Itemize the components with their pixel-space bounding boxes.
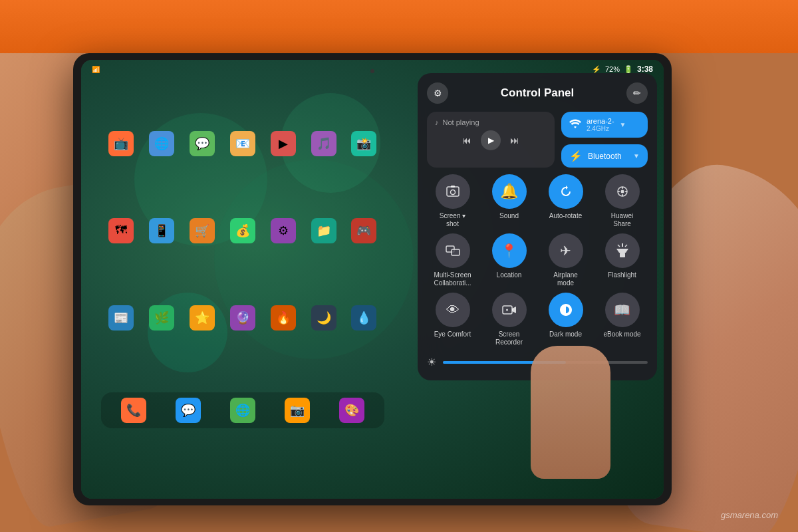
cp-header: ⚙ Control Panel ✏ <box>427 82 648 104</box>
airplane-icon: ✈ <box>560 243 571 259</box>
app-icon-12[interactable]: ⚙ <box>271 218 296 243</box>
bluetooth-button[interactable]: ⚡ Bluetooth ▼ <box>561 144 648 168</box>
ebook-label: eBook mode <box>603 331 640 338</box>
app-icon-15[interactable]: 📰 <box>108 305 134 331</box>
toggles-grid-1: Screen ▾shot 🔔 Sound <box>427 174 648 228</box>
tablet-screen: 📶 ⚡ 72% 🔋 3:38 📺 🌐 💬 📧 ▶ 🎵 📸 <box>81 60 664 499</box>
app-icon-10[interactable]: 🛒 <box>190 218 215 243</box>
app-icon-8[interactable]: 🗺 <box>108 218 134 243</box>
app-icon-11[interactable]: 💰 <box>230 218 255 243</box>
toggle-flashlight[interactable]: Flashlight <box>597 233 648 287</box>
orange-top-bar <box>0 0 798 53</box>
eye-comfort-btn[interactable]: 👁 <box>436 293 470 327</box>
dock: 📞 💬 🌐 📷 🎨 <box>101 392 384 428</box>
screen-recorder-btn[interactable] <box>492 293 527 327</box>
app-icon-1[interactable]: 📺 <box>108 131 134 156</box>
app-icon-17[interactable]: ⭐ <box>190 305 215 331</box>
dock-icon-5[interactable]: 🎨 <box>339 398 364 423</box>
battery-percentage: 72% <box>605 65 620 73</box>
app-icon-9[interactable]: 📱 <box>149 218 174 243</box>
screen-recorder-label: ScreenRecorder <box>495 331 523 346</box>
airplane-btn[interactable]: ✈ <box>549 233 583 268</box>
dock-icon-2[interactable]: 💬 <box>176 398 201 423</box>
huawei-share-btn[interactable] <box>605 174 640 209</box>
toggle-location[interactable]: 📍 Location <box>483 233 535 287</box>
app-icon-6[interactable]: 🎵 <box>311 131 336 156</box>
wifi-icon <box>569 118 581 132</box>
cp-title: Control Panel <box>448 86 626 100</box>
toggle-eye-comfort[interactable]: 👁 Eye Comfort <box>427 293 478 346</box>
wifi-button[interactable]: arena-2- 2.4GHz ▼ <box>561 112 648 138</box>
auto-rotate-btn[interactable] <box>549 174 583 209</box>
huawei-share-label: HuaweiShare <box>611 212 633 228</box>
eye-comfort-label: Eye Comfort <box>434 331 471 338</box>
wifi-detail: 2.4GHz <box>587 125 614 132</box>
media-status: ♪ Not playing <box>435 118 547 126</box>
dock-icon-3[interactable]: 🌐 <box>230 398 255 423</box>
dock-icon-1[interactable]: 📞 <box>121 398 146 423</box>
toggle-auto-rotate[interactable]: Auto-rotate <box>540 174 591 228</box>
toggle-dark-mode[interactable]: Dark mode <box>540 293 591 346</box>
svg-line-10 <box>618 245 620 247</box>
svg-point-2 <box>450 190 455 195</box>
network-section: arena-2- 2.4GHz ▼ ⚡ Bluetooth ▼ <box>561 112 648 168</box>
app-icon-3[interactable]: 💬 <box>190 131 215 156</box>
app-icon-7[interactable]: 📸 <box>351 131 376 156</box>
svg-point-4 <box>620 190 624 194</box>
bluetooth-icon: ⚡ <box>569 150 583 162</box>
app-icon-20[interactable]: 🌙 <box>311 305 336 331</box>
location-label: Location <box>497 271 522 279</box>
app-icon-14[interactable]: 🎮 <box>351 218 376 243</box>
sound-icon: 🔔 <box>500 183 518 200</box>
brightness-icon: ☀ <box>427 356 436 368</box>
status-left: 📶 <box>92 66 100 73</box>
cp-right-icons: ✏ <box>626 82 648 104</box>
settings-button[interactable]: ⚙ <box>427 82 448 104</box>
location-btn[interactable]: 📍 <box>492 233 527 268</box>
dark-mode-btn[interactable] <box>549 293 583 327</box>
bluetooth-label: Bluetooth <box>588 152 628 161</box>
app-icon-19[interactable]: 🔥 <box>271 305 296 331</box>
flashlight-btn[interactable] <box>605 233 640 268</box>
tablet-frame: 📶 ⚡ 72% 🔋 3:38 📺 🌐 💬 📧 ▶ 🎵 📸 <box>73 53 672 505</box>
sound-btn[interactable]: 🔔 <box>492 174 527 209</box>
location-icon: 📍 <box>501 243 517 259</box>
toggle-screenshot[interactable]: Screen ▾shot <box>427 174 478 228</box>
app-row-3: 📰 🌿 ⭐ 🔮 🔥 🌙 💧 <box>101 305 384 331</box>
app-icon-5[interactable]: ▶ <box>271 131 296 156</box>
app-icon-21[interactable]: 💧 <box>351 305 376 331</box>
next-button[interactable]: ⏭ <box>510 135 519 146</box>
toggle-screen-recorder[interactable]: ScreenRecorder <box>483 293 535 346</box>
media-section: ♪ Not playing ⏮ ▶ ⏭ <box>427 112 648 168</box>
app-row-1: 📺 🌐 💬 📧 ▶ 🎵 📸 <box>101 131 384 156</box>
toggle-huawei-share[interactable]: HuaweiShare <box>597 174 648 228</box>
svg-point-14 <box>506 309 508 311</box>
app-icon-18[interactable]: 🔮 <box>230 305 255 331</box>
toggles-section: Screen ▾shot 🔔 Sound <box>427 174 648 346</box>
play-button[interactable]: ▶ <box>481 130 501 150</box>
app-icon-4[interactable]: 📧 <box>230 131 255 156</box>
music-note-icon: ♪ <box>435 118 439 126</box>
prev-button[interactable]: ⏮ <box>462 135 471 146</box>
edit-button[interactable]: ✏ <box>626 82 648 104</box>
svg-marker-7 <box>616 249 628 253</box>
toggle-airplane[interactable]: ✈ Airplanemode <box>540 233 591 287</box>
screenshot-btn[interactable] <box>436 174 470 209</box>
multiscreen-btn[interactable] <box>436 233 470 268</box>
toggle-ebook[interactable]: 📖 eBook mode <box>597 293 648 346</box>
app-icon-16[interactable]: 🌿 <box>149 305 174 331</box>
toggle-multiscreen[interactable]: Multi-ScreenCollaborati... <box>427 233 478 287</box>
media-status-text: Not playing <box>443 118 479 126</box>
toggles-grid-3: 👁 Eye Comfort ScreenR <box>427 293 648 346</box>
dock-icon-4[interactable]: 📷 <box>285 398 310 423</box>
svg-line-11 <box>625 245 627 247</box>
media-controls: ⏮ ▶ ⏭ <box>435 130 547 150</box>
cp-left-icons: ⚙ <box>427 82 448 104</box>
toggles-grid-2: Multi-ScreenCollaborati... 📍 Location ✈ <box>427 233 648 287</box>
media-player: ♪ Not playing ⏮ ▶ ⏭ <box>427 112 555 168</box>
bluetooth-status-icon: ⚡ <box>592 65 601 74</box>
app-icon-13[interactable]: 📁 <box>311 218 336 243</box>
ebook-btn[interactable]: 📖 <box>605 293 640 327</box>
toggle-sound[interactable]: 🔔 Sound <box>483 174 535 228</box>
app-icon-2[interactable]: 🌐 <box>149 131 174 156</box>
